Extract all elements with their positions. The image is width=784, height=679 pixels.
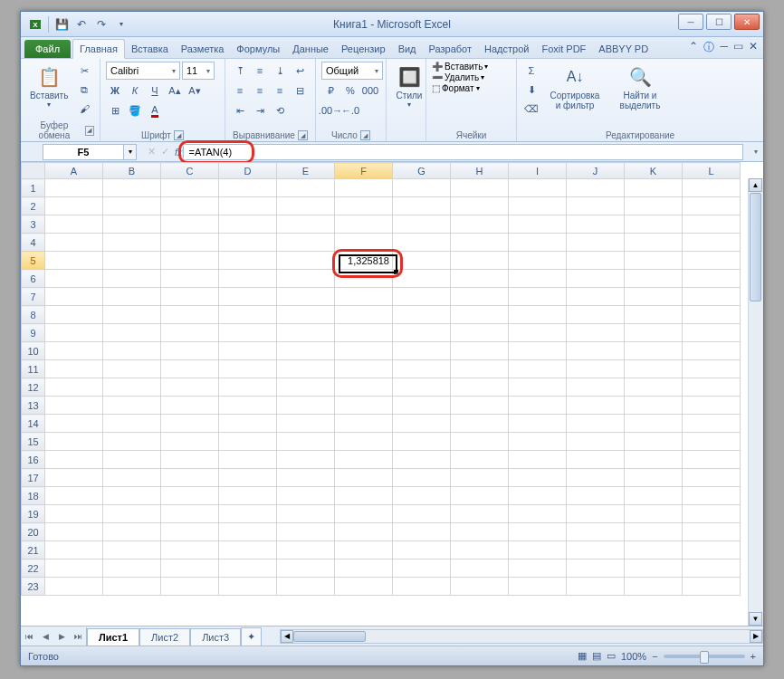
cell-D12[interactable] [219, 378, 277, 397]
cell-C7[interactable] [161, 288, 219, 306]
cell-C8[interactable] [161, 306, 219, 324]
sort-filter-button[interactable]: A↓ Сортировка и фильтр [544, 62, 606, 123]
row-header-10[interactable]: 10 [22, 342, 45, 360]
delete-cells-button[interactable]: ➖Удалить▾ [432, 72, 511, 82]
cell-G2[interactable] [393, 197, 451, 215]
cell-H11[interactable] [451, 360, 509, 378]
cell-E7[interactable] [277, 288, 335, 306]
cell-I12[interactable] [509, 378, 567, 397]
cell-H9[interactable] [451, 324, 509, 342]
borders-button[interactable]: ⊞ [106, 101, 124, 120]
cancel-formula-icon[interactable]: ✕ [148, 146, 156, 158]
cell-L2[interactable] [683, 197, 741, 215]
paste-button[interactable]: 📋 Вставить ▾ [26, 62, 72, 119]
cell-K18[interactable] [625, 487, 683, 505]
cell-G3[interactable] [393, 215, 451, 234]
cell-C14[interactable] [161, 415, 219, 433]
cell-C21[interactable] [161, 541, 219, 559]
cell-E11[interactable] [277, 360, 335, 378]
cell-K17[interactable] [625, 469, 683, 487]
row-header-16[interactable]: 16 [22, 451, 45, 469]
cell-E6[interactable] [277, 270, 335, 288]
row-header-2[interactable]: 2 [22, 197, 45, 215]
align-bottom-button[interactable]: ⤓ [271, 62, 289, 80]
cell-B22[interactable] [103, 559, 161, 578]
sheet-first-button[interactable]: ⏮ [21, 627, 37, 646]
cell-K15[interactable] [625, 433, 683, 451]
cell-A19[interactable] [45, 505, 103, 523]
cell-C12[interactable] [161, 378, 219, 397]
cell-D16[interactable] [219, 451, 277, 469]
cell-K20[interactable] [625, 523, 683, 541]
cell-G17[interactable] [393, 469, 451, 487]
cell-I5[interactable] [509, 252, 567, 270]
tab-layout[interactable]: Разметка [175, 40, 231, 58]
cell-B4[interactable] [103, 234, 161, 252]
cell-J21[interactable] [567, 541, 625, 559]
cell-E10[interactable] [277, 342, 335, 360]
styles-button[interactable]: 🔲 Стили ▾ [392, 62, 426, 123]
sheet-prev-button[interactable]: ◀ [37, 627, 53, 646]
format-painter-icon[interactable]: 🖌 [75, 100, 93, 118]
cell-J10[interactable] [567, 342, 625, 360]
cell-A17[interactable] [45, 469, 103, 487]
cell-I17[interactable] [509, 469, 567, 487]
col-header-B[interactable]: B [103, 163, 161, 179]
cell-G16[interactable] [393, 451, 451, 469]
cell-L9[interactable] [683, 324, 741, 342]
align-top-button[interactable]: ⤒ [231, 62, 249, 80]
cell-B21[interactable] [103, 541, 161, 559]
scroll-up-button[interactable]: ▲ [749, 178, 762, 192]
cell-I18[interactable] [509, 487, 567, 505]
cell-C18[interactable] [161, 487, 219, 505]
select-all-corner[interactable] [22, 163, 45, 179]
cell-F20[interactable] [335, 523, 393, 541]
wrap-text-button[interactable]: ↩ [291, 62, 309, 80]
cell-F14[interactable] [335, 415, 393, 433]
cell-L23[interactable] [683, 578, 741, 596]
cell-F18[interactable] [335, 487, 393, 505]
redo-icon[interactable]: ↷ [92, 15, 110, 33]
cell-A2[interactable] [45, 197, 103, 215]
cell-D6[interactable] [219, 270, 277, 288]
cell-J13[interactable] [567, 397, 625, 415]
row-header-22[interactable]: 22 [22, 559, 45, 578]
cell-A8[interactable] [45, 306, 103, 324]
cell-G5[interactable] [393, 252, 451, 270]
cell-C11[interactable] [161, 360, 219, 378]
app-min-icon[interactable]: ─ [720, 40, 728, 55]
cell-B19[interactable] [103, 505, 161, 523]
file-tab[interactable]: Файл [24, 40, 71, 58]
align-middle-button[interactable]: ≡ [251, 62, 269, 80]
cell-F11[interactable] [335, 360, 393, 378]
cell-C4[interactable] [161, 234, 219, 252]
cell-H5[interactable] [451, 252, 509, 270]
cell-H18[interactable] [451, 487, 509, 505]
cell-E3[interactable] [277, 215, 335, 234]
cell-G15[interactable] [393, 433, 451, 451]
tab-insert[interactable]: Вставка [125, 40, 175, 58]
cell-F2[interactable] [335, 197, 393, 215]
decrease-decimal-button[interactable]: ←.0 [341, 101, 359, 120]
cell-C20[interactable] [161, 523, 219, 541]
cell-A11[interactable] [45, 360, 103, 378]
insert-cells-button[interactable]: ➕Вставить▾ [432, 62, 511, 72]
cell-G13[interactable] [393, 397, 451, 415]
cell-D8[interactable] [219, 306, 277, 324]
cell-C15[interactable] [161, 433, 219, 451]
cell-H17[interactable] [451, 469, 509, 487]
cell-L3[interactable] [683, 215, 741, 234]
cell-D14[interactable] [219, 415, 277, 433]
cell-I23[interactable] [509, 578, 567, 596]
cell-L17[interactable] [683, 469, 741, 487]
cut-icon[interactable]: ✂ [75, 62, 93, 80]
cell-B14[interactable] [103, 415, 161, 433]
row-header-21[interactable]: 21 [22, 541, 45, 559]
cell-B5[interactable] [103, 252, 161, 270]
cell-D13[interactable] [219, 397, 277, 415]
increase-decimal-button[interactable]: .00→ [321, 101, 339, 120]
cell-D17[interactable] [219, 469, 277, 487]
view-layout-icon[interactable]: ▤ [592, 650, 601, 662]
cell-G22[interactable] [393, 559, 451, 578]
sheet-last-button[interactable]: ⏭ [70, 627, 86, 646]
